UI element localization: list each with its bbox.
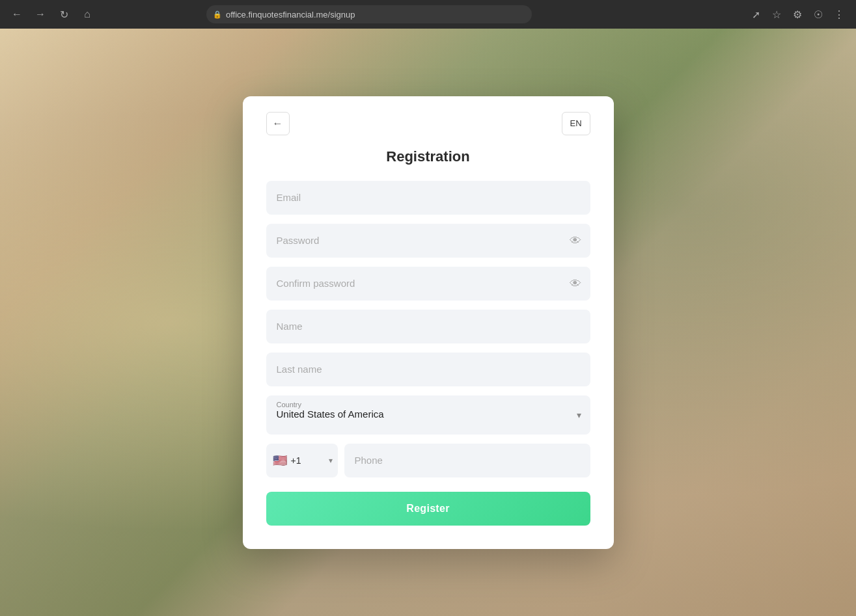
phone-code-text: +1 [291,455,301,466]
name-field[interactable] [266,310,590,343]
password-field-wrapper: 👁 [266,224,590,258]
home-button[interactable]: ⌂ [78,5,96,23]
confirm-password-eye-icon[interactable]: 👁 [570,276,581,290]
phone-code-chevron-icon: ▾ [329,456,333,465]
browser-toolbar: ← → ↻ ⌂ 🔒 office.finquotesfinancial.me/s… [0,0,856,29]
confirm-password-field[interactable] [266,267,590,301]
lock-icon: 🔒 [213,10,222,19]
language-button[interactable]: EN [562,112,590,135]
country-label: Country [277,401,562,408]
phone-code-select[interactable]: 🇺🇸 +1 ▾ [266,444,338,477]
country-select[interactable]: Country United States of America [266,395,590,435]
email-field[interactable] [266,181,590,215]
back-arrow-icon: ← [273,118,283,129]
registration-modal: ← EN Registration 👁 👁 Country United Sta… [243,96,614,549]
password-eye-icon[interactable]: 👁 [570,234,581,247]
register-label: Register [406,503,449,514]
country-wrapper: Country United States of America ▾ [266,395,590,435]
phone-field[interactable] [344,444,590,477]
password-field[interactable] [266,224,590,258]
reload-button[interactable]: ↻ [55,5,73,23]
modal-header: ← EN [266,112,590,135]
forward-nav-button[interactable]: → [31,5,49,23]
us-flag-icon: 🇺🇸 [273,453,287,468]
bookmark-button[interactable]: ☆ [767,5,786,23]
last-name-field[interactable] [266,353,590,386]
phone-code-wrapper: 🇺🇸 +1 ▾ [266,444,338,477]
confirm-password-field-wrapper: 👁 [266,267,590,301]
extensions-button[interactable]: ⚙ [788,5,807,23]
browser-actions: ➚ ☆ ⚙ ☉ ⋮ [747,5,848,23]
page-title: Registration [266,148,590,165]
profile-button[interactable]: ☉ [809,5,827,23]
phone-row: 🇺🇸 +1 ▾ [266,444,590,477]
register-button[interactable]: Register [266,492,590,526]
page-content: ← EN Registration 👁 👁 Country United Sta… [0,29,856,616]
back-nav-button[interactable]: ← [8,5,26,23]
menu-button[interactable]: ⋮ [830,5,848,23]
address-bar[interactable]: 🔒 office.finquotesfinancial.me/signup [206,5,532,23]
country-value: United States of America [277,408,562,420]
share-button[interactable]: ➚ [747,5,765,23]
back-button[interactable]: ← [266,112,290,135]
url-text: office.finquotesfinancial.me/signup [226,10,355,20]
